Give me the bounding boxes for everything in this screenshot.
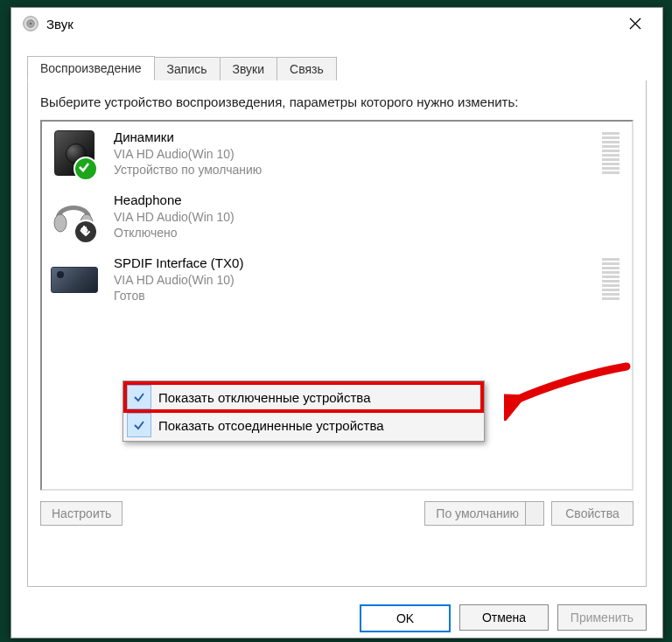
device-name: Headphone xyxy=(114,192,620,209)
properties-button[interactable]: Свойства xyxy=(551,501,634,526)
menu-item-show-disabled[interactable]: Показать отключенные устройства xyxy=(125,383,482,411)
device-buttons: Настроить По умолчанию Свойства xyxy=(40,501,634,526)
level-meter xyxy=(602,258,620,300)
headphone-icon xyxy=(49,192,98,241)
cancel-button[interactable]: Отмена xyxy=(459,604,549,631)
window-title: Звук xyxy=(46,17,74,31)
instruction-text: Выберите устройство воспроизведения, пар… xyxy=(40,93,634,111)
default-badge-icon xyxy=(74,157,98,181)
device-driver: VIA HD Audio(Win 10) xyxy=(114,146,593,162)
device-status: Отключено xyxy=(114,225,620,241)
speaker-icon xyxy=(49,129,98,178)
tab-content-playback: Выберите устройство воспроизведения, пар… xyxy=(27,80,647,587)
tab-communications[interactable]: Связь xyxy=(276,57,337,80)
sound-icon xyxy=(22,15,39,32)
device-status: Устройство по умолчанию xyxy=(114,162,593,178)
close-button[interactable] xyxy=(615,8,655,39)
configure-button[interactable]: Настроить xyxy=(40,501,122,526)
device-row-spdif[interactable]: SPDIF Interface (TX0) VIA HD Audio(Win 1… xyxy=(42,248,632,311)
tab-sounds[interactable]: Звуки xyxy=(220,57,278,80)
set-default-label: По умолчанию xyxy=(436,506,519,520)
dialog-footer: OK Отмена Применить xyxy=(11,596,662,642)
set-default-button[interactable]: По умолчанию xyxy=(424,501,544,526)
close-icon xyxy=(629,17,641,30)
disabled-badge-icon xyxy=(74,220,98,244)
menu-label: Показать отсоединенные устройства xyxy=(158,418,384,433)
ok-button[interactable]: OK xyxy=(360,604,451,632)
tab-recording[interactable]: Запись xyxy=(154,57,220,80)
spdif-icon xyxy=(49,255,98,304)
svg-point-5 xyxy=(54,214,66,232)
apply-button[interactable]: Применить xyxy=(557,604,647,631)
menu-label: Показать отключенные устройства xyxy=(158,390,371,405)
svg-point-2 xyxy=(30,23,32,25)
device-name: SPDIF Interface (TX0) xyxy=(114,255,593,272)
check-icon xyxy=(127,413,151,437)
annotation-arrow-icon xyxy=(504,359,634,421)
device-driver: VIA HD Audio(Win 10) xyxy=(114,209,620,225)
menu-item-show-disconnected[interactable]: Показать отсоединенные устройства xyxy=(125,411,482,439)
device-row-headphones[interactable]: Headphone VIA HD Audio(Win 10) Отключено xyxy=(42,185,632,248)
device-status: Готов xyxy=(114,288,593,304)
titlebar[interactable]: Звук xyxy=(11,8,662,39)
tab-playback[interactable]: Воспроизведение xyxy=(27,56,155,80)
context-menu: Показать отключенные устройства Показать… xyxy=(122,380,485,442)
chevron-down-icon xyxy=(530,511,539,518)
device-name: Динамики xyxy=(114,129,593,146)
device-row-speakers[interactable]: Динамики VIA HD Audio(Win 10) Устройство… xyxy=(42,122,632,185)
device-driver: VIA HD Audio(Win 10) xyxy=(114,272,593,288)
sound-settings-window: Звук Воспроизведение Запись Звуки Связь … xyxy=(10,7,663,639)
level-meter xyxy=(602,132,620,174)
check-icon xyxy=(127,385,151,409)
tab-bar: Воспроизведение Запись Звуки Связь xyxy=(27,54,647,81)
device-list[interactable]: Динамики VIA HD Audio(Win 10) Устройство… xyxy=(40,120,634,491)
